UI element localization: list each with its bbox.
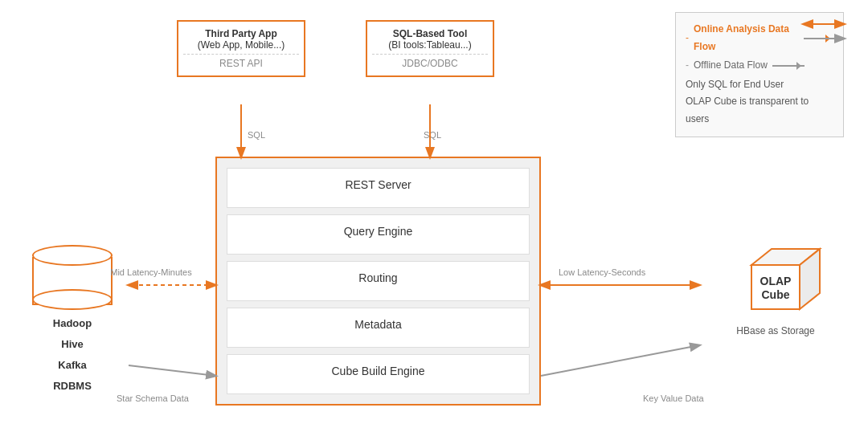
sql-tool-line1: SQL-Based Tool [372,28,488,39]
sql-label-right: SQL [424,130,441,140]
svg-text:Cube: Cube [762,288,790,301]
low-latency-label: Low Latency-Seconds [559,267,645,277]
engine-container: REST Server Query Engine Routing Metadat… [215,157,541,406]
rest-api-label: REST API [183,54,299,69]
metadata-block: Metadata [227,308,530,348]
hadoop-text: Hadoop Hive Kafka RDBMS [20,313,125,397]
mid-latency-label: Mid Latency-Minutes [95,267,207,277]
key-value-label: Key Value Data [643,393,704,403]
star-schema-label: Star Schema Data [117,393,189,403]
third-party-line2: (Web App, Mobile...) [183,39,299,51]
svg-line-10 [541,345,699,376]
hbase-label: HBase as Storage [727,325,824,336]
legend-note2: OLAP Cube is transparent to users [686,93,833,128]
third-party-box: Third Party App (Web App, Mobile...) RES… [177,20,305,77]
cube-build-block: Cube Build Engine [227,354,530,394]
hadoop-line1: Hadoop [20,313,125,334]
sql-tool-line2: (BI tools:Tableau...) [372,39,488,51]
hadoop-cylinder [32,245,113,309]
legend-online-title: Online Analysis Data Flow [694,21,800,55]
svg-line-9 [129,365,215,376]
sql-label-left: SQL [248,130,265,140]
olap-cube-svg: OLAP Cube [727,233,824,321]
third-party-line1: Third Party App [183,28,299,39]
legend-note1: Only SQL for End User [686,76,833,94]
legend-gray-arrow [772,65,805,67]
jdbc-label: JDBC/ODBC [372,54,488,69]
hadoop-line2: Hive [20,334,125,355]
diagram: - Online Analysis Data Flow - Offline Da… [0,0,868,428]
hadoop-line4: RDBMS [20,376,125,397]
legend-orange-arrow [805,38,833,39]
svg-text:OLAP: OLAP [760,275,792,287]
query-engine-block: Query Engine [227,214,530,255]
hadoop-line3: Kafka [20,355,125,376]
cylinder-bottom [32,289,113,310]
legend-box: - Online Analysis Data Flow - Offline Da… [675,12,844,137]
routing-block: Routing [227,261,530,301]
rest-server-block: REST Server [227,168,530,208]
legend-offline-label: Offline Data Flow [694,57,768,75]
sql-tool-box: SQL-Based Tool (BI tools:Tableau...) JDB… [366,20,494,77]
cylinder-top [32,245,113,266]
olap-box: OLAP Cube HBase as Storage [727,233,824,336]
